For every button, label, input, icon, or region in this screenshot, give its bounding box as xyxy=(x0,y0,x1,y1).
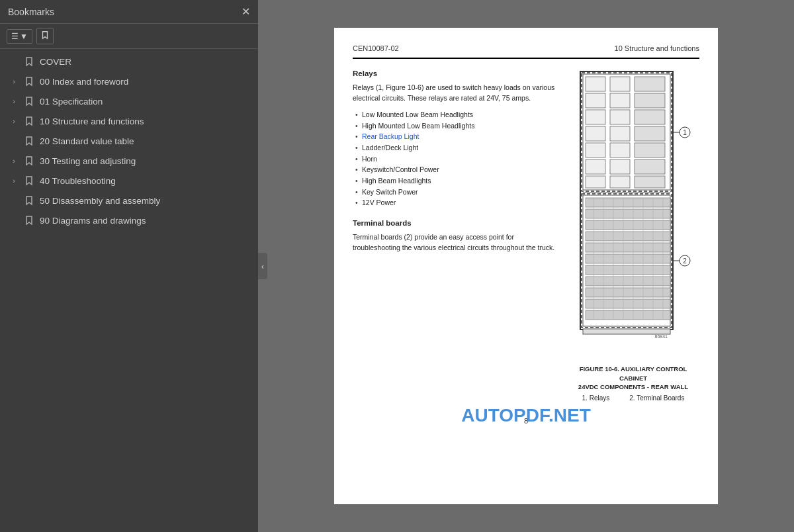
page-container: CEN10087-02 10 Structure and functions R… xyxy=(334,28,718,504)
svg-rect-8 xyxy=(586,176,605,188)
sidebar-item-00-index[interactable]: ›00 Index and foreword xyxy=(0,71,258,91)
figure-label-1: 1. Relays xyxy=(582,394,610,403)
sidebar-title: Bookmarks xyxy=(8,7,54,17)
figure-labels: 1. Relays 2. Terminal Boards xyxy=(582,394,685,403)
sidebar-item-90-diagrams[interactable]: 90 Diagrams and drawings xyxy=(0,210,258,230)
bookmark-icon xyxy=(24,136,34,146)
collapse-sidebar-tab[interactable]: ‹ xyxy=(258,253,267,279)
svg-text:86841: 86841 xyxy=(655,334,668,339)
main-content: CEN10087-02 10 Structure and functions R… xyxy=(258,0,794,532)
bookmark-icon xyxy=(24,175,34,186)
sidebar-item-cover[interactable]: COVER xyxy=(0,52,258,71)
list-item: Ladder/Deck Light xyxy=(353,142,556,154)
sidebar-item-label: 10 Structure and functions xyxy=(40,116,251,126)
svg-rect-14 xyxy=(610,159,630,174)
expand-arrow-icon: › xyxy=(9,77,19,86)
sidebar-item-20-standard[interactable]: 20 Standard value table xyxy=(0,131,258,151)
svg-rect-30 xyxy=(586,209,670,218)
figure-caption-line1: FIGURE 10-6. AUXILIARY CONTROL CABINET xyxy=(567,365,699,382)
expand-arrow-icon: › xyxy=(9,97,19,106)
list-item: High Mounted Low Beam Headlights xyxy=(353,120,556,132)
list-item: Key Switch Power xyxy=(353,187,556,198)
expand-arrow-icon xyxy=(9,216,19,225)
chevron-left-icon: ‹ xyxy=(261,261,264,271)
svg-rect-22 xyxy=(635,176,665,188)
page-number: 8 xyxy=(353,416,699,426)
bookmark-icon xyxy=(24,76,34,87)
terminal-description: Terminal boards (2) provide an easy acce… xyxy=(353,232,556,253)
list-item: Low Mounted Low Beam Headlights xyxy=(353,109,556,120)
list-item: Horn xyxy=(353,154,556,165)
svg-rect-15 xyxy=(610,176,630,188)
svg-rect-38 xyxy=(586,299,670,308)
svg-rect-33 xyxy=(586,243,670,252)
expand-arrow-icon xyxy=(9,136,19,146)
list-icon: ☰ xyxy=(11,32,19,41)
sidebar-list: COVER›00 Index and foreword›01 Specifica… xyxy=(0,49,258,532)
bookmark-icon xyxy=(24,116,34,126)
expand-arrow-icon xyxy=(9,196,19,205)
svg-rect-20 xyxy=(635,143,665,157)
bookmark-icon xyxy=(41,30,49,42)
sidebar-item-10-structure[interactable]: ›10 Structure and functions xyxy=(0,111,258,131)
bookmark-icon xyxy=(24,56,34,67)
svg-rect-10 xyxy=(610,93,630,108)
figure-caption-line2: 24VDC COMPONENTS - REAR WALL xyxy=(567,382,699,391)
svg-rect-39 xyxy=(586,310,670,320)
terminal-title: Terminal boards xyxy=(353,218,556,228)
sidebar-item-40-trouble[interactable]: ›40 Troubleshooting xyxy=(0,171,258,191)
svg-rect-52 xyxy=(583,329,670,334)
page-body: Relays Relays (1, Figure 10-6) are used … xyxy=(353,68,699,403)
svg-rect-6 xyxy=(586,143,605,157)
dropdown-arrow-icon: ▼ xyxy=(20,32,28,41)
sidebar-item-30-testing[interactable]: ›30 Testing and adjusting xyxy=(0,151,258,171)
sidebar-item-01-spec[interactable]: ›01 Specification xyxy=(0,91,258,111)
sidebar-item-label: 00 Index and foreword xyxy=(40,77,251,87)
relays-description: Relays (1, Figure 10-6) are used to swit… xyxy=(353,83,556,104)
bookmark-icon xyxy=(24,195,34,206)
sidebar-item-label: 30 Testing and adjusting xyxy=(40,156,251,166)
diagram-area: 1 xyxy=(567,68,699,403)
svg-text:1: 1 xyxy=(683,129,687,136)
svg-rect-7 xyxy=(586,159,605,174)
bookmark-add-button[interactable] xyxy=(36,28,54,44)
svg-rect-16 xyxy=(635,77,665,91)
svg-rect-34 xyxy=(586,254,670,263)
page-header: CEN10087-02 10 Structure and functions xyxy=(353,44,699,59)
bookmark-icon xyxy=(24,155,34,166)
svg-rect-9 xyxy=(610,77,630,91)
svg-rect-17 xyxy=(635,93,665,108)
expand-arrow-icon: › xyxy=(9,156,19,165)
svg-rect-3 xyxy=(586,93,605,108)
header-code: CEN10087-02 xyxy=(353,44,399,54)
sidebar-item-label: COVER xyxy=(40,57,251,67)
sidebar-toolbar: ☰ ▼ xyxy=(0,24,258,49)
svg-rect-29 xyxy=(586,198,670,207)
svg-rect-5 xyxy=(586,126,605,141)
sidebar-header: Bookmarks ✕ xyxy=(0,0,258,24)
page-text: Relays Relays (1, Figure 10-6) are used … xyxy=(353,68,556,403)
close-button[interactable]: ✕ xyxy=(242,5,250,18)
svg-rect-21 xyxy=(635,159,665,174)
svg-text:2: 2 xyxy=(683,257,687,265)
figure-label-2: 2. Terminal Boards xyxy=(629,394,684,403)
svg-rect-18 xyxy=(635,110,665,124)
sidebar-item-label: 90 Diagrams and drawings xyxy=(40,216,251,226)
svg-rect-12 xyxy=(610,126,630,141)
sidebar-item-50-disassembly[interactable]: 50 Disassembly and assembly xyxy=(0,191,258,210)
svg-rect-31 xyxy=(586,220,670,230)
expand-arrow-icon: › xyxy=(9,176,19,185)
svg-rect-13 xyxy=(610,143,630,157)
list-item: Keyswitch/Control Power xyxy=(353,164,556,175)
expand-arrow-icon: › xyxy=(9,116,19,126)
relays-title: Relays xyxy=(353,68,556,79)
svg-rect-36 xyxy=(586,277,670,286)
svg-rect-2 xyxy=(586,77,605,91)
sidebar-item-label: 50 Disassembly and assembly xyxy=(40,196,251,206)
view-button[interactable]: ☰ ▼ xyxy=(7,29,32,44)
svg-rect-19 xyxy=(635,126,665,141)
list-item: 12V Power xyxy=(353,197,556,208)
svg-rect-32 xyxy=(586,232,670,241)
list-item: Rear Backup Light xyxy=(353,131,556,142)
sidebar: Bookmarks ✕ ☰ ▼ COVER›00 Index and forew… xyxy=(0,0,258,532)
